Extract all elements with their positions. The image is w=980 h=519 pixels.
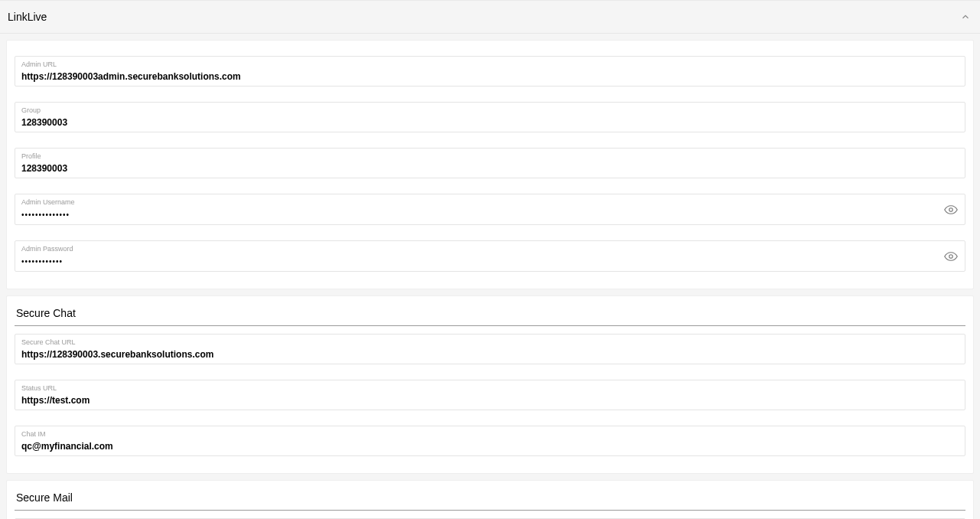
linklive-panel-header[interactable]: LinkLive bbox=[0, 0, 980, 34]
field-label: Admin Password bbox=[21, 244, 959, 253]
svg-point-0 bbox=[949, 207, 953, 211]
admin-username-input[interactable] bbox=[21, 209, 936, 221]
admin-url-input[interactable] bbox=[21, 70, 936, 83]
profile-field[interactable]: Profile bbox=[15, 148, 965, 178]
field-label: Chat IM bbox=[21, 429, 959, 439]
group-input[interactable] bbox=[21, 116, 936, 129]
secure-chat-url-input[interactable] bbox=[21, 348, 936, 361]
section-divider bbox=[15, 325, 965, 326]
profile-input[interactable] bbox=[21, 162, 936, 175]
secure-chat-card: Secure Chat Secure Chat URL Status URL C… bbox=[6, 295, 974, 474]
secure-mail-title: Secure Mail bbox=[15, 488, 965, 510]
admin-username-field[interactable]: Admin Username bbox=[15, 194, 965, 225]
field-label: Secure Chat URL bbox=[21, 338, 959, 347]
field-label: Status URL bbox=[21, 384, 959, 393]
eye-icon[interactable] bbox=[943, 249, 959, 264]
linklive-card: Admin URL Group Profile Admin Username A… bbox=[6, 40, 974, 289]
field-label: Profile bbox=[21, 152, 959, 161]
chat-im-input[interactable] bbox=[21, 440, 936, 452]
secure-chat-url-field[interactable]: Secure Chat URL bbox=[15, 334, 965, 364]
field-label: Admin Username bbox=[21, 197, 959, 207]
status-url-field[interactable]: Status URL bbox=[15, 380, 965, 410]
admin-password-input[interactable] bbox=[21, 256, 936, 268]
secure-mail-card: Secure Mail Secure Mail URL Mail Count U… bbox=[6, 480, 974, 519]
svg-point-1 bbox=[949, 254, 953, 258]
field-label: Admin URL bbox=[21, 60, 959, 69]
panel-title: LinkLive bbox=[8, 11, 47, 23]
section-divider bbox=[15, 510, 965, 511]
group-field[interactable]: Group bbox=[15, 102, 965, 132]
status-url-input[interactable] bbox=[21, 394, 936, 406]
field-label: Group bbox=[21, 106, 959, 115]
secure-chat-title: Secure Chat bbox=[15, 304, 965, 325]
admin-password-field[interactable]: Admin Password bbox=[15, 240, 965, 272]
chevron-up-icon bbox=[959, 10, 972, 24]
admin-url-field[interactable]: Admin URL bbox=[15, 56, 965, 86]
chat-im-field[interactable]: Chat IM bbox=[15, 426, 965, 456]
eye-icon[interactable] bbox=[943, 202, 959, 217]
